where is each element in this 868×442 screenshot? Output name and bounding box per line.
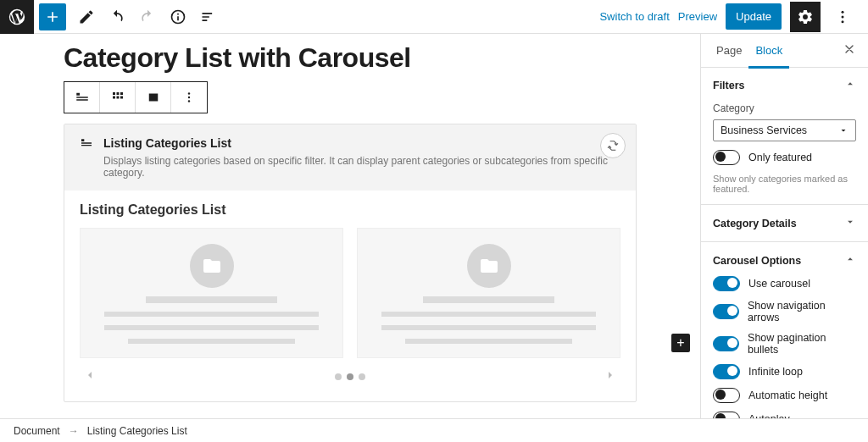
block-title: Listing Categories List (103, 136, 231, 150)
show-arrows-toggle[interactable] (713, 304, 739, 319)
tab-page[interactable]: Page (709, 34, 748, 68)
editor-canvas[interactable]: Category List with Carousel (0, 34, 700, 418)
svg-point-10 (188, 92, 190, 94)
panel-carousel-options: Carousel Options Use carousel Show navig… (701, 242, 868, 418)
settings-sidebar: Page Block Filters Category Business Ser… (700, 34, 868, 418)
wordpress-logo[interactable] (0, 0, 34, 34)
align-full-button[interactable] (136, 82, 171, 113)
block-header: Listing Categories List Displays listing… (64, 124, 636, 191)
carousel-bullets (335, 373, 365, 380)
carousel-prev-button[interactable] (83, 368, 97, 384)
category-label: Category (713, 102, 856, 114)
page-title[interactable]: Category List with Carousel (64, 44, 637, 71)
carousel-bullet[interactable] (347, 373, 353, 380)
chevron-down-icon[interactable] (844, 216, 856, 230)
toggle-label: Automatic height (748, 390, 827, 401)
insert-block-button[interactable]: + (671, 334, 690, 352)
settings-button[interactable] (790, 2, 821, 32)
breadcrumb-current[interactable]: Listing Categories List (87, 425, 187, 437)
svg-point-12 (188, 100, 190, 102)
autoplay-toggle[interactable] (713, 412, 740, 418)
close-sidebar-button[interactable] (839, 39, 860, 62)
switch-to-draft-link[interactable]: Switch to draft (599, 10, 669, 23)
block-type-icon[interactable] (64, 82, 100, 113)
folder-icon (467, 244, 511, 288)
add-block-button[interactable] (39, 3, 66, 30)
panel-category-details[interactable]: Category Details (701, 205, 868, 242)
toggle-label: Autoplay (748, 413, 790, 418)
block-description: Displays listing categories based on spe… (80, 155, 620, 179)
toggle-label: Show navigation arrows (748, 300, 856, 323)
folder-icon (190, 244, 234, 288)
more-options-button[interactable] (829, 2, 856, 32)
panel-filters: Filters Category Business Services Only … (701, 68, 868, 205)
auto-height-toggle[interactable] (713, 388, 740, 403)
placeholder-card (357, 228, 620, 358)
panel-title: Category Details (713, 218, 797, 229)
list-icon (80, 136, 93, 150)
editor-top-bar: Switch to draft Preview Update (0, 0, 868, 34)
show-bullets-toggle[interactable] (713, 336, 739, 351)
placeholder-card (80, 228, 343, 358)
svg-point-0 (842, 10, 844, 13)
only-featured-toggle[interactable] (713, 150, 740, 165)
top-right-actions: Switch to draft Preview Update (599, 2, 861, 32)
edit-mode-button[interactable] (71, 2, 102, 32)
editor-toolbar (34, 2, 224, 32)
svg-rect-6 (113, 97, 115, 99)
chevron-down-icon (838, 125, 849, 135)
transform-block-button[interactable] (600, 133, 626, 158)
block-toolbar (64, 81, 208, 113)
svg-point-1 (842, 15, 844, 18)
sidebar-tabs: Page Block (701, 34, 868, 68)
category-select[interactable]: Business Services (713, 119, 856, 141)
svg-rect-3 (113, 92, 115, 95)
carousel-bullet[interactable] (335, 373, 342, 380)
breadcrumb: Document → Listing Categories List (0, 418, 868, 442)
svg-rect-4 (116, 92, 119, 95)
svg-rect-8 (120, 97, 123, 99)
list-view-button[interactable] (193, 2, 224, 32)
chevron-up-icon[interactable] (844, 78, 856, 92)
only-featured-label: Only featured (748, 152, 812, 163)
carousel-next-button[interactable] (604, 368, 617, 384)
listing-categories-block[interactable]: Listing Categories List Displays listing… (64, 124, 637, 402)
preview-link[interactable]: Preview (678, 10, 717, 23)
panel-title: Filters (713, 80, 745, 91)
undo-button[interactable] (102, 2, 132, 32)
use-carousel-toggle[interactable] (713, 276, 740, 291)
breadcrumb-root[interactable]: Document (14, 425, 60, 437)
toggle-label: Use carousel (748, 278, 810, 290)
preview-title: Listing Categories List (80, 202, 620, 218)
only-featured-help: Show only categories marked as featured. (713, 174, 856, 194)
infinite-loop-toggle[interactable] (713, 364, 740, 379)
svg-point-2 (842, 20, 844, 23)
svg-rect-5 (120, 92, 123, 95)
carousel-bullet[interactable] (359, 373, 365, 380)
update-button[interactable]: Update (726, 3, 782, 30)
tab-block[interactable]: Block (748, 34, 789, 68)
breadcrumb-separator: → (69, 425, 79, 437)
svg-point-11 (188, 97, 190, 98)
svg-rect-9 (148, 94, 158, 102)
block-more-button[interactable] (171, 82, 207, 113)
category-select-value: Business Services (721, 124, 807, 136)
toggle-label: Show pagination bullets (748, 332, 856, 356)
redo-button (132, 2, 163, 32)
chevron-up-icon[interactable] (844, 253, 856, 268)
align-grid-button[interactable] (100, 82, 136, 113)
svg-rect-7 (116, 97, 119, 99)
info-button[interactable] (163, 2, 193, 32)
panel-title: Carousel Options (713, 255, 801, 267)
toggle-label: Infinite loop (748, 366, 803, 378)
